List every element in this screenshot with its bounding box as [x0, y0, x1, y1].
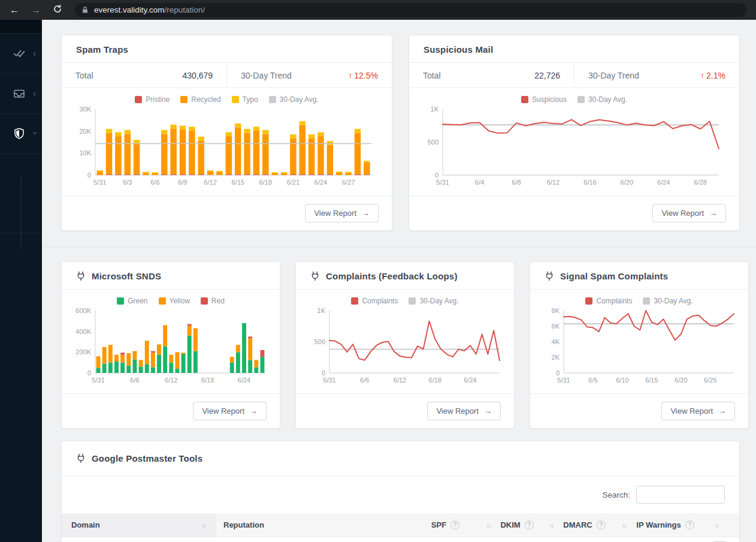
- sort-icon[interactable]: ↑↓: [622, 522, 627, 529]
- arrow-right-icon: →: [484, 406, 492, 415]
- main-content: Spam Traps Total 430,679 30-Day Trend ↑1…: [42, 20, 756, 542]
- plug-icon: [310, 271, 320, 281]
- forward-button[interactable]: →: [31, 5, 41, 15]
- help-icon[interactable]: ?: [450, 520, 459, 529]
- svg-text:2K: 2K: [552, 354, 560, 361]
- help-icon[interactable]: ?: [597, 520, 606, 529]
- svg-text:5/31: 5/31: [436, 179, 449, 186]
- svg-text:6/12: 6/12: [165, 377, 177, 384]
- svg-text:6/24: 6/24: [315, 179, 327, 186]
- svg-text:500: 500: [315, 338, 325, 345]
- svg-text:5/31: 5/31: [93, 179, 106, 186]
- suspicious-mail-card: Suspicious Mail Total 22,726 30-Day Tren…: [409, 35, 740, 231]
- address-bar[interactable]: everest.validity.com/reputation/: [74, 3, 746, 17]
- legend-entry: Yellow: [159, 297, 190, 305]
- shield-icon: [13, 127, 26, 140]
- sidebar: ‹ ‹ ‹: [0, 20, 42, 542]
- svg-text:6/9: 6/9: [178, 179, 187, 186]
- sidebar-item-reputation[interactable]: ‹: [0, 114, 42, 154]
- svg-text:5/31: 5/31: [557, 377, 570, 384]
- svg-text:6K: 6K: [552, 323, 560, 330]
- microsoft-snds-card: Microsoft SNDS GreenYellowRed 0200K400K6…: [61, 261, 280, 429]
- svg-text:1K: 1K: [431, 106, 439, 113]
- spam-traps-trend: 30-Day Trend ↑12.5%: [226, 63, 392, 88]
- google-postmaster-title: Google Postmaster Tools: [92, 453, 202, 463]
- complaints-chart: 05001K5/316/66/126/186/24: [307, 307, 503, 385]
- svg-text:6/24: 6/24: [238, 377, 250, 384]
- trend-value: ↑2.1%: [700, 71, 725, 80]
- svg-text:6/4: 6/4: [475, 179, 484, 186]
- arrow-right-icon: →: [718, 406, 726, 415]
- complaints-legend: Complaints30-Day Avg.: [307, 294, 503, 307]
- legend-entry: 30-Day Avg.: [577, 95, 627, 104]
- chevron-left-icon: ‹: [33, 49, 36, 58]
- trend-up-icon: ↑: [348, 71, 352, 80]
- help-icon[interactable]: ?: [685, 520, 694, 529]
- sidebar-item-validation[interactable]: ‹: [0, 34, 42, 74]
- back-button[interactable]: ←: [10, 5, 19, 15]
- svg-text:6/12: 6/12: [394, 377, 406, 384]
- column-header-spf[interactable]: SPF ?: [414, 520, 477, 529]
- svg-text:6/8: 6/8: [512, 179, 521, 186]
- legend-entry: 30-Day Avg.: [643, 297, 693, 305]
- svg-text:6/16: 6/16: [583, 179, 596, 186]
- svg-text:0: 0: [435, 171, 439, 179]
- table-header: Domain ↑↓ Reputation SPF ? ↑↓ DKIM ? ↑↓: [62, 513, 739, 537]
- lock-icon: [81, 6, 89, 14]
- plug-icon: [76, 271, 86, 281]
- svg-text:500: 500: [428, 138, 439, 146]
- google-postmaster-card: Google Postmaster Tools Search: Domain ↑…: [61, 441, 740, 542]
- column-header-ip-warnings[interactable]: ↑↓ IP Warnings ?: [612, 520, 704, 529]
- svg-text:0: 0: [87, 171, 91, 179]
- trend-up-icon: ↑: [700, 71, 704, 80]
- svg-text:8K: 8K: [552, 307, 560, 314]
- column-header-domain[interactable]: Domain ↑↓: [62, 513, 216, 537]
- svg-text:5/31: 5/31: [92, 377, 104, 384]
- svg-text:6/6: 6/6: [150, 179, 159, 186]
- svg-text:0: 0: [556, 369, 560, 377]
- suspicious-mail-chart: 05001K5/316/46/86/126/166/206/246/28: [420, 106, 722, 187]
- help-icon[interactable]: ?: [525, 520, 534, 529]
- complaints-title: Complaints (Feedback Loops): [326, 271, 458, 281]
- sort-icon[interactable]: ↑↓: [201, 522, 207, 529]
- view-report-button[interactable]: View Report→: [427, 402, 501, 420]
- sidebar-item-inbox[interactable]: ‹: [0, 74, 42, 114]
- svg-text:6/5: 6/5: [588, 377, 597, 384]
- svg-text:6/12: 6/12: [204, 179, 216, 186]
- sidebar-top-spacer: [0, 20, 42, 34]
- svg-text:6/18: 6/18: [259, 179, 272, 186]
- view-report-button[interactable]: View Report→: [652, 204, 726, 222]
- svg-text:6/24: 6/24: [464, 377, 476, 384]
- legend-entry: Typo: [232, 95, 258, 104]
- sort-icon[interactable]: ↑↓: [714, 522, 719, 529]
- column-header-dkim[interactable]: ↑↓ DKIM ?: [477, 520, 543, 529]
- legend-entry: Complaints: [585, 297, 632, 305]
- legend-entry: Red: [201, 297, 225, 305]
- spam-traps-title: Spam Traps: [76, 44, 128, 55]
- suspicious-mail-total: Total 22,726: [409, 63, 574, 88]
- svg-text:10K: 10K: [79, 149, 91, 156]
- sort-icon[interactable]: ↑↓: [549, 522, 554, 529]
- column-header-dmarc[interactable]: ↑↓ DMARC ?: [543, 520, 612, 529]
- svg-text:6/12: 6/12: [547, 179, 560, 186]
- svg-text:6/20: 6/20: [621, 179, 633, 186]
- view-report-button[interactable]: View Report→: [193, 402, 267, 420]
- svg-text:6/21: 6/21: [287, 179, 300, 186]
- section-divider: [42, 246, 756, 247]
- legend-entry: 30-Day Avg.: [269, 95, 319, 104]
- view-report-button[interactable]: View Report→: [661, 402, 735, 420]
- signal-spam-legend: Complaints30-Day Avg.: [541, 294, 737, 307]
- search-input[interactable]: [636, 486, 725, 504]
- view-report-button[interactable]: View Report→: [305, 204, 379, 222]
- reload-button[interactable]: [53, 4, 62, 16]
- plug-icon: [76, 453, 86, 463]
- complaints-card: Complaints (Feedback Loops) Complaints30…: [295, 261, 515, 429]
- svg-text:5/31: 5/31: [323, 377, 335, 384]
- sort-icon[interactable]: ↑↓: [486, 522, 491, 529]
- svg-text:0: 0: [322, 369, 325, 377]
- legend-entry: Recycled: [180, 95, 220, 104]
- legend-entry: Green: [117, 297, 147, 305]
- snds-legend: GreenYellowRed: [72, 294, 269, 307]
- chevron-left-icon: ‹: [33, 89, 36, 98]
- inbox-icon: [13, 87, 26, 100]
